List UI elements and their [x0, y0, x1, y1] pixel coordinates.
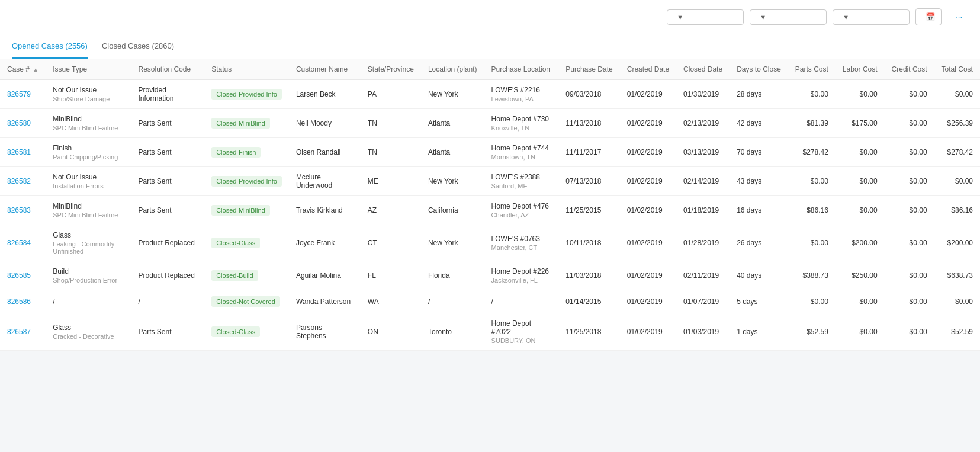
created-date: 01/02/2019 — [620, 225, 676, 261]
created-date: 01/02/2019 — [620, 109, 676, 138]
closed-date: 01/18/2019 — [676, 196, 730, 225]
case-link[interactable]: 826582 — [7, 177, 31, 185]
table-row: 826587GlassCracked - DecorativeParts Sen… — [0, 313, 980, 351]
status-badge: Closed-Provided Info — [211, 176, 282, 187]
tab-closed-cases[interactable]: Closed Cases (2860) — [102, 34, 174, 59]
location-plant: New York — [421, 225, 484, 261]
credit-cost: $0.00 — [885, 225, 934, 261]
purchase-location-sub: Jacksonville, FL — [491, 277, 552, 284]
days-to-close: 1 days — [730, 313, 788, 351]
purchase-location-name: LOWE'S #0763 — [491, 235, 552, 243]
purchase-location-name: Home Depot #476 — [491, 202, 552, 210]
issue-sub: Leaking - Commodity Unfinished — [53, 241, 124, 255]
total-cost: $0.00 — [934, 290, 980, 313]
issue-sub: Paint Chipping/Picking — [53, 153, 124, 161]
purchase-location-sub: Lewistown, PA — [491, 95, 552, 102]
date-range-filter[interactable]: 📅 — [915, 8, 942, 25]
locations-filter[interactable]: ▼ — [833, 9, 910, 25]
state-province: TN — [361, 138, 421, 167]
created-date: 01/02/2019 — [620, 261, 676, 290]
parts-cost: $278.42 — [788, 138, 836, 167]
purchase-location-sub: Chandler, AZ — [491, 211, 552, 219]
issue-sub: Ship/Store Damage — [53, 95, 124, 102]
issue-sub: SPC Mini Blind Failure — [53, 211, 124, 219]
case-link[interactable]: 826586 — [7, 297, 31, 306]
table-row: 826581FinishPaint Chipping/PickingParts … — [0, 138, 980, 167]
days-to-close: 28 days — [730, 80, 788, 109]
case-link[interactable]: 826585 — [7, 271, 31, 280]
state-province: WA — [361, 290, 421, 313]
codes-filter[interactable]: ▼ — [750, 9, 827, 25]
days-to-close: 43 days — [730, 167, 788, 196]
actions-ellipsis-icon: ··· — [956, 12, 962, 21]
purchase-date: 11/25/2015 — [558, 196, 619, 225]
case-link[interactable]: 826581 — [7, 148, 31, 156]
issues-filter[interactable]: ▼ — [667, 9, 744, 25]
state-province: CT — [361, 225, 421, 261]
days-to-close: 26 days — [730, 225, 788, 261]
parts-cost: $388.73 — [788, 261, 836, 290]
col-header-purchaseLocation: Purchase Location — [484, 59, 559, 80]
actions-button[interactable]: ··· — [947, 9, 968, 25]
customer-name: Travis Kirkland — [289, 196, 361, 225]
resolution-code: Parts Sent — [131, 167, 204, 196]
customer-name: Olsen Randall — [289, 138, 361, 167]
issue-type: Glass — [53, 323, 124, 332]
issue-sub: Cracked - Decorative — [53, 333, 124, 340]
col-header-case[interactable]: Case # ▲ — [0, 59, 46, 80]
tab-opened-cases[interactable]: Opened Cases (2556) — [12, 34, 88, 59]
case-link[interactable]: 826584 — [7, 239, 31, 247]
table-row: 826585BuildShop/Production ErrorProduct … — [0, 261, 980, 290]
location-plant: Florida — [421, 261, 484, 290]
closed-date: 02/13/2019 — [676, 109, 730, 138]
state-province: ME — [361, 167, 421, 196]
case-link[interactable]: 826583 — [7, 206, 31, 214]
created-date: 01/02/2019 — [620, 80, 676, 109]
col-header-creditCost: Credit Cost — [885, 59, 934, 80]
status-badge: Closed-Not Covered — [211, 296, 280, 307]
cases-table: Case # ▲Issue TypeResolution CodeStatusC… — [0, 59, 980, 351]
purchase-date: 11/11/2017 — [558, 138, 619, 167]
location-plant: California — [421, 196, 484, 225]
case-link[interactable]: 826587 — [7, 328, 31, 336]
purchase-location-name: Home Depot #7022 — [491, 319, 552, 336]
case-link[interactable]: 826580 — [7, 119, 31, 127]
credit-cost: $0.00 — [885, 109, 934, 138]
customer-name: Parsons Stephens — [289, 313, 361, 351]
purchase-date: 07/13/2018 — [558, 167, 619, 196]
labor-cost: $250.00 — [836, 261, 885, 290]
purchase-location-name: Home Depot #730 — [491, 115, 552, 123]
labor-cost: $0.00 — [836, 196, 885, 225]
issue-type: Not Our Issue — [53, 86, 124, 94]
calendar-icon: 📅 — [926, 12, 935, 21]
purchase-location-name: LOWE'S #2216 — [491, 86, 552, 94]
credit-cost: $0.00 — [885, 80, 934, 109]
col-header-totalCost: Total Cost — [934, 59, 980, 80]
parts-cost: $81.39 — [788, 109, 836, 138]
issue-type: MiniBlind — [53, 202, 124, 210]
codes-filter-arrow: ▼ — [760, 14, 766, 21]
purchase-location-sub: Sanford, ME — [491, 182, 552, 190]
customer-name: Wanda Patterson — [289, 290, 361, 313]
closed-date: 02/14/2019 — [676, 167, 730, 196]
purchase-location-sub: SUDBURY, ON — [491, 337, 552, 344]
purchase-location-name: Home Depot #744 — [491, 144, 552, 152]
state-province: ON — [361, 313, 421, 351]
status-badge: Closed-Glass — [211, 238, 260, 248]
state-province: AZ — [361, 196, 421, 225]
customer-name: Joyce Frank — [289, 225, 361, 261]
locations-filter-arrow: ▼ — [843, 14, 849, 21]
closed-date: 02/11/2019 — [676, 261, 730, 290]
col-header-issueType: Issue Type — [46, 59, 131, 80]
col-header-status: Status — [204, 59, 289, 80]
state-province: TN — [361, 109, 421, 138]
resolution-code: Parts Sent — [131, 109, 204, 138]
created-date: 01/02/2019 — [620, 313, 676, 351]
total-cost: $86.16 — [934, 196, 980, 225]
resolution-code: Parts Sent — [131, 138, 204, 167]
table-row: 826580MiniBlindSPC Mini Blind FailurePar… — [0, 109, 980, 138]
location-plant: Toronto — [421, 313, 484, 351]
case-link[interactable]: 826579 — [7, 90, 31, 98]
page-header: ▼ ▼ ▼ 📅 ··· — [0, 0, 980, 34]
created-date: 01/02/2019 — [620, 167, 676, 196]
